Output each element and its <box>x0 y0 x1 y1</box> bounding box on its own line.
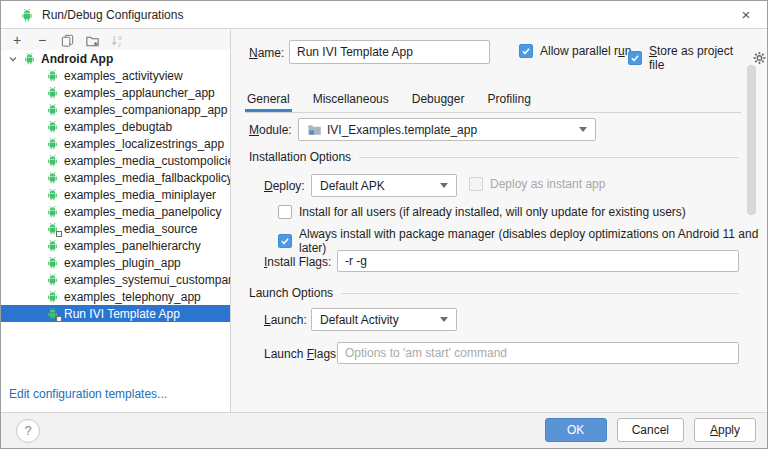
android-app-icon <box>19 7 35 23</box>
tree-item[interactable]: examples_media_fallbackpolicy <box>1 169 230 186</box>
cancel-button[interactable]: Cancel <box>617 418 684 442</box>
tree-item[interactable]: examples_media_custompolicies <box>1 152 230 169</box>
tree-item-label: examples_media_panelpolicy <box>64 205 221 219</box>
sidebar-toolbar: + − az <box>1 30 230 50</box>
install-for-all-users-checkbox[interactable]: Install for all users (if already instal… <box>278 205 686 219</box>
svg-text:z: z <box>117 40 120 47</box>
module-label: Module: <box>249 123 292 137</box>
deploy-dropdown[interactable]: Default APK <box>311 174 457 197</box>
configuration-editor-panel: Name: Allow parallel run Store as projec… <box>231 30 767 412</box>
ok-button[interactable]: OK <box>545 418 607 442</box>
deploy-as-instant-app-checkbox: Deploy as instant app <box>469 177 605 191</box>
android-icon <box>45 289 60 304</box>
scrollbar-thumb[interactable] <box>747 65 756 215</box>
tree-item[interactable]: examples_plugin_app <box>1 254 230 271</box>
tree-item-label: Android App <box>41 52 113 66</box>
tree-item-label: examples_media_custompolicies <box>64 154 230 168</box>
tree-item-label: examples_media_fallbackpolicy <box>64 171 230 185</box>
deploy-as-instant-app-label: Deploy as instant app <box>490 177 605 191</box>
android-icon <box>45 255 60 270</box>
android-icon <box>45 153 60 168</box>
sort-configurations-icon: az <box>108 31 126 49</box>
tree-item[interactable]: examples_debugtab <box>1 118 230 135</box>
tab-profiling[interactable]: Profiling <box>485 89 532 112</box>
section-rule <box>359 157 739 158</box>
android-icon <box>45 187 60 202</box>
name-input[interactable] <box>289 40 490 64</box>
tab-general[interactable]: General <box>245 89 292 112</box>
config-badge <box>56 316 62 322</box>
chevron-down-icon[interactable] <box>8 54 18 64</box>
tab-debugger[interactable]: Debugger <box>410 89 467 112</box>
apply-button[interactable]: Apply <box>694 418 756 442</box>
tree-item[interactable]: examples_activityview <box>1 67 230 84</box>
remove-configuration-icon[interactable]: − <box>33 31 51 49</box>
tree-item-label: Run IVI Template App <box>64 307 180 321</box>
tab-label: Miscellaneous <box>313 92 389 106</box>
tree-item[interactable]: examples_companionapp_app <box>1 101 230 118</box>
tree-item[interactable]: examples_media_miniplayer <box>1 186 230 203</box>
allow-parallel-run-checkbox[interactable]: Allow parallel run <box>519 44 631 58</box>
launch-value: Default Activity <box>320 313 435 327</box>
tree-item-label: examples_plugin_app <box>64 256 181 270</box>
launch-dropdown[interactable]: Default Activity <box>311 308 457 331</box>
launch-flags-label: Launch Flags: <box>264 347 339 361</box>
launch-flags-input[interactable] <box>337 342 739 364</box>
close-icon[interactable]: × <box>735 4 757 26</box>
tree-item-label: examples_media_source <box>64 222 197 236</box>
checkbox-checked-icon[interactable] <box>628 51 642 65</box>
config-tree: Android App examples_activityview exampl… <box>1 50 230 322</box>
add-configuration-icon[interactable]: + <box>8 31 26 49</box>
tab-label: General <box>247 92 290 106</box>
install-flags-input[interactable] <box>337 250 739 272</box>
chevron-down-icon <box>579 127 587 132</box>
checkbox-unchecked-icon <box>469 177 483 191</box>
android-icon <box>45 306 60 321</box>
tabs: GeneralMiscellaneousDebuggerProfiling <box>245 89 741 113</box>
module-dropdown[interactable]: IVI_Examples.template_app <box>298 118 596 141</box>
tree-item-label: examples_companionapp_app <box>64 103 227 117</box>
tree-item-label: examples_debugtab <box>64 120 172 134</box>
help-button[interactable]: ? <box>16 419 40 443</box>
tree-item-label: examples_localizestrings_app <box>64 137 224 151</box>
android-icon <box>22 51 37 66</box>
android-icon <box>45 68 60 83</box>
checkbox-checked-icon[interactable] <box>519 44 533 58</box>
checkbox-checked-icon[interactable] <box>278 234 292 248</box>
tree-item[interactable]: examples_media_panelpolicy <box>1 203 230 220</box>
module-icon <box>307 122 322 137</box>
allow-parallel-run-label: Allow parallel run <box>540 44 631 58</box>
android-icon <box>45 119 60 134</box>
android-icon <box>45 272 60 287</box>
tree-item[interactable]: Run IVI Template App <box>1 305 230 322</box>
tree-item-label: examples_media_miniplayer <box>64 188 216 202</box>
tree-item[interactable]: examples_media_source <box>1 220 230 237</box>
title-bar: Run/Debug Configurations × <box>1 1 767 29</box>
launch-options-section: Launch Options <box>249 286 739 300</box>
tab-label: Profiling <box>487 92 530 106</box>
android-icon <box>45 221 60 236</box>
tree-item-label: examples_telephony_app <box>64 290 201 304</box>
name-label: Name: <box>249 46 284 60</box>
android-icon <box>45 85 60 100</box>
tree-item[interactable]: Android App <box>1 50 230 67</box>
new-folder-icon[interactable] <box>83 31 101 49</box>
installation-options-title: Installation Options <box>249 150 351 164</box>
tree-item[interactable]: examples_telephony_app <box>1 288 230 305</box>
tree-item[interactable]: examples_localizestrings_app <box>1 135 230 152</box>
configurations-sidebar: + − az Android App examples_activityview <box>1 30 230 412</box>
install-for-all-users-label: Install for all users (if already instal… <box>299 205 686 219</box>
edit-configuration-templates-link[interactable]: Edit configuration templates... <box>9 387 167 401</box>
tree-item[interactable]: examples_systemui_custompaneltype <box>1 271 230 288</box>
checkbox-unchecked-icon[interactable] <box>278 205 292 219</box>
tree-item[interactable]: examples_panelhierarchy <box>1 237 230 254</box>
tree-item[interactable]: examples_applauncher_app <box>1 84 230 101</box>
android-icon <box>45 238 60 253</box>
run-debug-configurations-dialog: Run/Debug Configurations × + − az Androi… <box>0 0 768 449</box>
dialog-title: Run/Debug Configurations <box>42 8 183 22</box>
tree-item-label: examples_activityview <box>64 69 183 83</box>
config-badge <box>56 231 62 237</box>
copy-configuration-icon[interactable] <box>58 31 76 49</box>
tab-miscellaneous[interactable]: Miscellaneous <box>311 89 391 112</box>
gear-icon[interactable] <box>752 50 767 66</box>
